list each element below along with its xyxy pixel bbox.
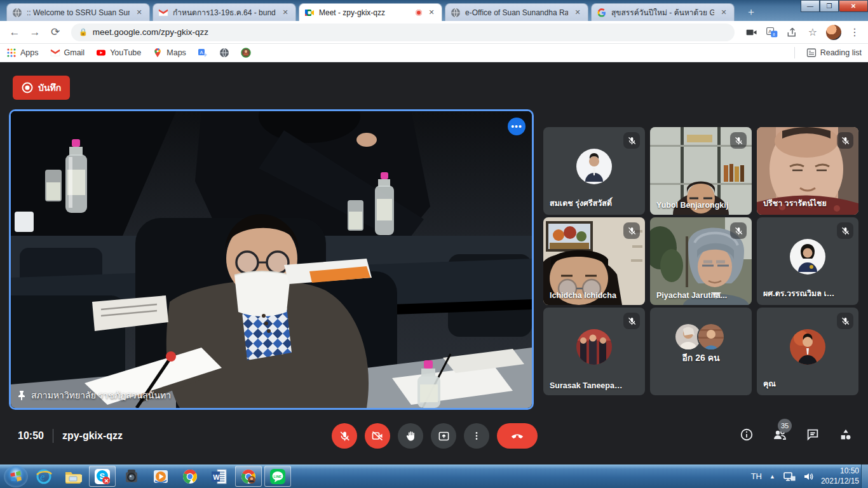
participant-name: Surasak Taneepan... [550,381,623,390]
pinned-video-label: สภามหาวิทยาลัย ราชภัฏสวนสุนันทา [17,388,171,402]
bookmark-gmail[interactable]: Gmail [50,48,85,58]
mic-off-icon [837,313,853,329]
chrome-menu-icon[interactable]: ⋮ [848,25,862,39]
toolbar-actions: Aอ ☆ ⋮ [745,25,862,40]
bookmark-maps[interactable]: Maps [153,48,186,58]
profile-avatar[interactable] [826,25,841,40]
avatar [576,149,612,184]
tab-meet-active[interactable]: Meet - zpy-gkix-qzz ✕ [299,3,442,21]
reading-list-button[interactable]: Reading list [806,48,862,58]
participant-tile[interactable]: ปรีชา วรารัตน์ไชย [757,127,858,215]
participant-tile[interactable]: ผศ.ดร.วรรณวิมล เม... [757,217,858,305]
activities-button[interactable] [837,426,854,443]
chat-button[interactable] [804,426,821,443]
person-favicon-icon [241,48,251,58]
translate-icon[interactable]: Aอ [765,25,779,39]
camera-in-use-icon[interactable] [745,25,759,39]
present-screen-button[interactable] [431,423,456,449]
participant-tile[interactable]: Yubol Benjarongkij [650,127,752,215]
meet-side-actions: 35 [738,426,854,443]
camera-toggle-button[interactable] [365,423,390,449]
tray-expand-icon[interactable]: ▲ [770,473,775,480]
browser-tab-bar: :: Welcome to SSRU Suan Sunan ✕ กำหนดการ… [0,0,868,21]
close-icon[interactable]: ✕ [426,8,437,18]
address-bar[interactable]: 🔒 meet.google.com/zpy-gkix-qzz [71,24,735,41]
desktop: :: Welcome to SSRU Suan Sunan ✕ กำหนดการ… [0,0,868,488]
share-icon[interactable] [785,25,799,39]
bookmark-globe-site[interactable] [219,48,229,58]
taskbar-skype[interactable]: S✕ [89,466,116,487]
recording-badge[interactable]: บันทึก [13,76,70,100]
google-favicon [597,8,607,18]
svg-text:✕: ✕ [104,477,109,484]
start-button[interactable] [4,466,28,487]
more-participants-tile[interactable]: อีก 26 คน [650,308,752,395]
taskbar-file-explorer[interactable] [60,466,86,487]
show-desktop-button[interactable] [861,464,868,488]
mic-toggle-button[interactable] [332,423,357,449]
participant-tile[interactable]: สมเดช รุ่งศรีสวัสดิ์ [543,127,645,215]
taskbar-internet-explorer[interactable]: e [31,466,57,487]
minimize-button[interactable]: — [801,0,820,12]
svg-text:อ: อ [773,32,775,36]
clock-text: 10:50 [18,430,44,442]
participants-button[interactable]: 35 [771,426,788,443]
bookmark-youtube[interactable]: YouTube [96,48,141,58]
main-video-tile[interactable]: ••• สภามหาวิทยาลัย ราชภัฏสวนสุนันทา [9,109,534,410]
tab-google-search[interactable]: สุขสรรค์วันปีใหม่ - ค้นหาด้วย Goog ✕ [591,3,735,21]
close-window-button[interactable]: ✕ [839,0,868,12]
meeting-details-button[interactable] [738,426,755,443]
video-options-button[interactable]: ••• [508,118,526,135]
taskbar-word[interactable]: W [206,466,233,487]
participant-tile[interactable]: Ichidcha Ichidcha [543,217,645,305]
avatar [675,324,701,349]
close-icon[interactable]: ✕ [134,8,144,18]
participant-tile[interactable]: Surasak Taneepan... [543,308,645,395]
tab-title: e-Office of Suan Sunandha Raja [465,8,568,17]
maximize-button[interactable]: ❐ [820,0,839,12]
gmail-icon [50,48,60,58]
tab-recording-indicator [416,10,422,16]
gmail-favicon [158,8,168,18]
mic-off-icon [623,132,640,149]
hang-up-button[interactable] [497,423,538,449]
taskbar-line[interactable]: LINE [264,466,291,487]
taskbar-media-player[interactable] [147,466,174,487]
lock-icon: 🔒 [79,28,88,36]
participant-name: ผศ.ดร.วรรณวิมล เม... [763,287,837,300]
mic-off-icon [623,313,640,329]
tab-eoffice[interactable]: e-Office of Suan Sunandha Raja ✕ [445,3,588,21]
close-icon[interactable]: ✕ [719,8,729,18]
close-icon[interactable]: ✕ [280,8,290,18]
bookmark-apps[interactable]: Apps [6,48,39,58]
tray-clock[interactable]: 10:50 2021/12/15 [821,466,859,486]
bookmark-translate-site[interactable]: A [198,48,208,58]
bookmark-star-icon[interactable]: ☆ [806,25,820,39]
language-indicator[interactable]: TH [751,471,762,481]
close-icon[interactable]: ✕ [573,8,583,18]
back-icon[interactable]: ← [6,24,23,41]
globe-favicon [12,8,22,18]
taskbar-chrome[interactable] [177,466,203,487]
bookmarks-bar: Apps Gmail YouTube Maps A Reading list [0,44,868,62]
self-tile[interactable]: คุณ [757,308,858,395]
reload-icon[interactable]: ⟳ [47,24,64,41]
bookmark-label: Gmail [64,48,85,57]
more-options-button[interactable] [464,423,489,449]
reading-list-label: Reading list [820,48,862,57]
bookmark-profile-site[interactable] [241,48,251,58]
participant-name: สมเดช รุ่งศรีสวัสดิ์ [550,197,623,210]
tab-gmail-schedule[interactable]: กำหนดการ13-19ธ.ค.64 - bundit.p ✕ [153,3,296,21]
volume-icon[interactable] [803,471,813,482]
svg-text:W: W [213,473,220,480]
tab-ssru-welcome[interactable]: :: Welcome to SSRU Suan Sunan ✕ [6,3,150,21]
new-tab-button[interactable]: ＋ [742,5,760,19]
taskbar-chrome-profile[interactable] [235,466,262,487]
network-icon[interactable] [783,471,796,482]
taskbar-camera-app[interactable] [118,466,145,487]
forward-icon[interactable]: → [27,24,43,41]
tab-title: กำหนดการ13-19ธ.ค.64 - bundit.p [173,6,276,18]
bookmarks-divider [794,47,795,58]
raise-hand-button[interactable] [398,423,423,449]
participant-tile[interactable]: Piyachat Jarutira... [650,217,752,305]
